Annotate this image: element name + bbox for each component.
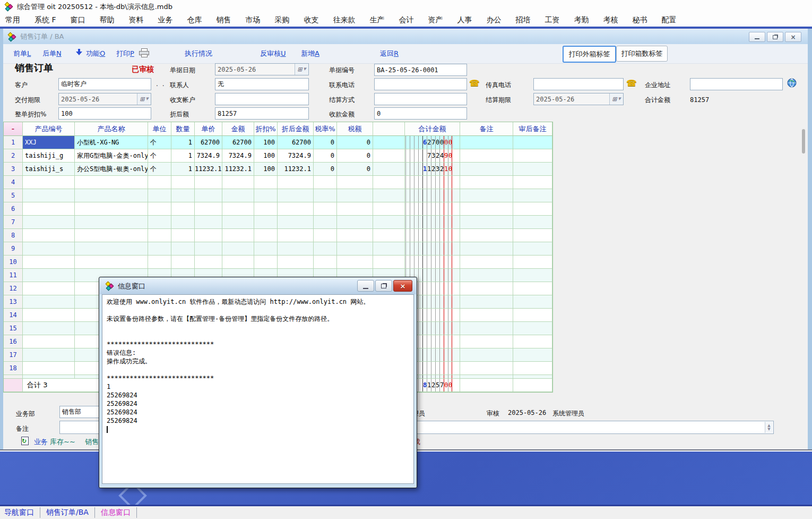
calendar-dropdown-button[interactable]: ⊞▼ (609, 93, 623, 105)
empty-row-10[interactable]: 10 (4, 256, 552, 269)
table-cell[interactable] (222, 256, 254, 269)
table-cell[interactable] (373, 149, 405, 163)
table-cell[interactable] (513, 322, 552, 335)
table-cell[interactable]: 0 (314, 136, 337, 149)
table-cell[interactable] (75, 256, 148, 269)
table-cell[interactable]: 100 (254, 149, 278, 163)
table-cell[interactable]: 11232.1 (222, 163, 254, 176)
table-cell[interactable] (23, 189, 75, 202)
order-line-row-1[interactable]: 1XXJ小型机-XG-NG个16270062700100627000062700… (4, 136, 552, 149)
toolbar-link-6[interactable]: 反审核U (260, 49, 286, 58)
table-cell[interactable] (148, 176, 171, 189)
net-input[interactable] (215, 107, 309, 120)
table-cell[interactable] (278, 216, 314, 229)
discount-input[interactable] (58, 107, 151, 120)
table-cell[interactable] (460, 348, 513, 362)
taskbar-tab-1[interactable]: 销售订单/BA (46, 508, 89, 517)
table-cell[interactable] (278, 202, 314, 216)
table-cell[interactable] (314, 189, 337, 202)
menu-item-11[interactable]: 往来款 (333, 15, 356, 25)
restore-button[interactable] (767, 32, 783, 42)
table-cell[interactable] (23, 295, 75, 309)
table-cell[interactable] (513, 295, 552, 309)
table-cell[interactable] (148, 189, 171, 202)
table-cell[interactable] (513, 202, 552, 216)
table-cell[interactable] (171, 229, 195, 242)
table-cell[interactable] (278, 242, 314, 256)
table-cell[interactable] (513, 189, 552, 202)
table-cell[interactable]: 11232.1 (278, 163, 314, 176)
received-input[interactable] (374, 107, 467, 120)
table-cell[interactable] (23, 269, 75, 282)
table-cell[interactable] (23, 335, 75, 348)
vertical-scrollbar-thumb[interactable] (802, 129, 805, 154)
table-cell[interactable] (405, 189, 460, 202)
table-cell[interactable] (405, 216, 460, 229)
table-cell[interactable] (405, 242, 460, 256)
calendar-dropdown-button[interactable]: ⊞▼ (295, 64, 308, 75)
table-cell[interactable] (23, 176, 75, 189)
table-cell[interactable] (23, 322, 75, 335)
table-cell[interactable] (171, 256, 195, 269)
table-cell[interactable] (513, 149, 552, 163)
table-cell[interactable] (148, 256, 171, 269)
taskbar-tab-0[interactable]: 导航窗口 (4, 508, 34, 517)
table-cell[interactable] (222, 189, 254, 202)
menu-item-0[interactable]: 常用 (5, 15, 20, 25)
empty-row-9[interactable]: 9 (4, 242, 552, 256)
menu-item-2[interactable]: 窗口 (71, 15, 85, 25)
table-cell[interactable]: 个 (148, 149, 171, 163)
table-cell[interactable]: 个 (148, 136, 171, 149)
table-cell[interactable] (254, 202, 278, 216)
table-cell[interactable] (23, 256, 75, 269)
table-cell[interactable] (23, 216, 75, 229)
menu-item-22[interactable]: 配置 (662, 15, 677, 25)
info-window-titlebar[interactable]: 信息窗口 × (100, 278, 416, 294)
table-cell[interactable] (460, 335, 513, 348)
empty-row-4[interactable]: 4 (4, 176, 552, 189)
print-outer-box-label-button[interactable]: 打印外箱标签 (563, 46, 616, 63)
table-cell[interactable] (460, 189, 513, 202)
table-cell[interactable] (460, 136, 513, 149)
menu-item-16[interactable]: 办公 (487, 15, 502, 25)
table-cell[interactable] (222, 176, 254, 189)
calendar-dropdown-button[interactable]: ⊞▼ (137, 93, 151, 105)
table-cell[interactable]: 6270000 (405, 136, 460, 149)
table-cell[interactable]: 11232.1 (195, 163, 222, 176)
table-cell[interactable] (23, 348, 75, 362)
table-cell[interactable] (148, 229, 171, 242)
minimize-button[interactable] (749, 32, 765, 42)
table-cell[interactable] (195, 256, 222, 269)
table-cell[interactable] (513, 282, 552, 295)
menu-item-21[interactable]: 秘书 (633, 15, 647, 25)
table-cell[interactable] (278, 229, 314, 242)
table-cell[interactable] (405, 202, 460, 216)
table-cell[interactable]: 个 (148, 163, 171, 176)
toolbar-link-3[interactable]: 打印P (116, 49, 134, 58)
table-cell[interactable] (75, 202, 148, 216)
table-cell[interactable] (314, 202, 337, 216)
table-cell[interactable]: 100 (254, 136, 278, 149)
table-cell[interactable]: 小型机-XG-NG (75, 136, 148, 149)
table-cell[interactable] (373, 216, 405, 229)
table-cell[interactable] (513, 176, 552, 189)
table-cell[interactable] (513, 242, 552, 256)
table-cell[interactable] (513, 229, 552, 242)
table-cell[interactable] (23, 362, 75, 375)
info-minimize-button[interactable] (357, 280, 374, 292)
menu-item-7[interactable]: 销售 (217, 15, 231, 25)
table-cell[interactable] (513, 348, 552, 362)
account-input[interactable] (215, 93, 309, 105)
table-cell[interactable] (75, 242, 148, 256)
globe-icon[interactable] (787, 78, 797, 88)
table-cell[interactable] (460, 176, 513, 189)
menu-item-18[interactable]: 工资 (545, 15, 560, 25)
table-cell[interactable]: 7324.9 (195, 149, 222, 163)
footer-link-0[interactable]: 业务 (34, 437, 48, 447)
table-cell[interactable] (314, 256, 337, 269)
menu-item-13[interactable]: 会计 (399, 15, 414, 25)
table-cell[interactable]: 办公S型电脑-银奥-onlyit (75, 163, 148, 176)
note-spinner[interactable]: ▲▼ (765, 422, 773, 433)
phone-icon[interactable]: ☎ (469, 78, 480, 88)
table-cell[interactable]: 7324.9 (278, 149, 314, 163)
